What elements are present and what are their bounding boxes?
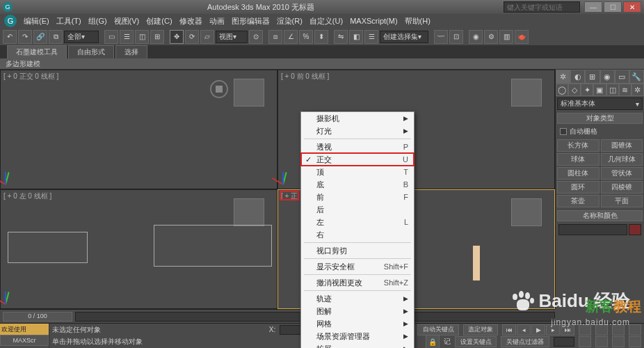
time-slider-thumb[interactable]: 0 / 100 [3,312,72,322]
object-name-input[interactable] [558,224,627,235]
shapes-subtab[interactable]: ◇ [568,84,581,96]
lights-subtab[interactable]: ✦ [581,84,593,96]
zoom-button[interactable] [579,324,591,335]
ctx-item[interactable]: 透视P [301,141,414,153]
utilities-tab[interactable]: 🔧 [629,70,644,84]
redo-button[interactable]: ↷ [18,30,32,44]
schematic-button[interactable]: ⊡ [449,30,463,44]
zoom-extents-button[interactable] [612,324,625,335]
next-frame-button[interactable]: ▸ [546,324,560,335]
ctx-item[interactable]: 后 [301,203,414,216]
autokey-button[interactable]: 自动关键点 [417,324,459,335]
undo-button[interactable]: ↶ [3,30,17,44]
ribbon-tab-freeform[interactable]: 自由形式 [68,45,114,58]
menu-grapheditor[interactable]: 图形编辑器 [232,16,270,26]
maximize-button[interactable]: ☐ [604,1,622,13]
ctx-item[interactable]: 灯光▶ [301,125,414,137]
ctx-item[interactable]: 摄影机▶ [301,112,414,125]
ctx-item[interactable]: 轨迹▶ [301,292,414,305]
menu-view[interactable]: 视图(V) [114,16,140,26]
primitive-button[interactable]: 长方体 [557,139,599,152]
rollout-object-type[interactable]: 对象类型 [557,113,643,124]
ctx-item[interactable]: 撤消视图更改Shift+Z [301,276,414,289]
menu-maxscript[interactable]: MAXScript(M) [350,17,397,25]
select-button[interactable]: ▭ [104,30,118,44]
unlink-button[interactable]: ⧉ [49,30,63,44]
ctx-item[interactable]: 底B [301,178,414,191]
primitive-button[interactable]: 圆锥体 [601,139,643,152]
ctx-item[interactable]: 右 [301,228,414,241]
ribbon-tab-graphite[interactable]: 石墨建模工具 [7,45,67,58]
pivot-button[interactable]: ⊙ [249,30,263,44]
selected-button[interactable]: 选定对象 [463,324,498,335]
viewcube-icon[interactable] [234,79,264,106]
render-setup-button[interactable]: ⚙ [484,30,498,44]
helpers-subtab[interactable]: ◫ [606,84,619,96]
play-button[interactable]: ▶ [531,324,545,335]
select-region-button[interactable]: ◫ [135,30,149,44]
viewport-top-left[interactable]: [ + 0 正交 0 线框 ] [0,70,277,189]
primitive-button[interactable]: 管状体 [601,167,643,180]
create-tab[interactable]: ✲ [556,70,570,84]
display-tab[interactable]: ▭ [615,70,629,84]
primitive-button[interactable]: 圆环 [557,181,599,193]
autogrid-checkbox[interactable]: 自动栅格 [556,125,644,138]
menu-create[interactable]: 创建(C) [146,16,172,26]
ctx-item[interactable]: 网格▶ [301,317,414,330]
render-frame-button[interactable]: ▥ [499,30,513,44]
prev-frame-button[interactable]: ◂ [517,324,531,335]
link-button[interactable]: 🔗 [33,30,47,44]
mirror-button[interactable]: ⇋ [334,30,348,44]
percent-snap-button[interactable]: % [299,30,313,44]
ctx-item[interactable]: 显示安全框Shift+F [301,260,414,273]
geometry-subtab[interactable]: ◯ [556,84,568,96]
steering-wheel-icon[interactable] [210,80,228,98]
window-crossing-button[interactable]: ⊞ [150,30,164,44]
align-button[interactable]: ◧ [349,30,363,44]
ctx-item[interactable]: 前F [301,191,414,203]
maximize-viewport-button[interactable] [612,336,625,347]
zoom-all-button[interactable] [595,324,608,335]
object-color-swatch[interactable] [629,224,641,235]
modify-tab[interactable]: ◐ [570,70,585,84]
ctx-item[interactable]: 顶T [301,166,414,178]
primitive-button[interactable]: 茶壶 [557,195,599,207]
keyfilter-button[interactable]: 关键点过滤器 [501,336,549,347]
menu-customize[interactable]: 自定义(U) [309,16,343,26]
minimize-button[interactable]: — [584,1,602,13]
menu-help[interactable]: 帮助(H) [405,16,430,26]
ribbon-tab-selection[interactable]: 选择 [115,45,147,58]
primitive-button[interactable]: 几何球体 [601,153,643,166]
systems-subtab[interactable]: ✲ [631,84,644,96]
spinner-snap-button[interactable]: ⬍ [314,30,328,44]
primitive-button[interactable]: 球体 [557,153,599,166]
pan-button[interactable] [579,336,591,347]
app-menu-icon[interactable]: G [4,15,17,27]
scale-button[interactable]: ▱ [200,30,214,44]
motion-tab[interactable]: ◉ [600,70,615,84]
viewcube-icon[interactable] [234,198,264,226]
maxscript-listener-button[interactable]: MAXScr [0,335,49,346]
select-name-button[interactable]: ☰ [120,30,134,44]
menu-tools[interactable]: 工具(T) [56,16,81,26]
setkey-button[interactable]: 设置关键点 [455,336,497,347]
menu-edit[interactable]: 编辑(E) [24,16,49,26]
current-frame-input[interactable] [554,337,574,347]
fov-button[interactable] [629,324,641,335]
curve-editor-button[interactable]: 〰 [434,30,448,44]
ctx-item[interactable]: ✓正交U [301,153,414,166]
ctx-item[interactable]: 图解▶ [301,305,414,317]
selection-filter-dropdown[interactable]: 全部 ▾ [64,31,99,43]
menu-modifiers[interactable]: 修改器 [179,16,202,26]
min-max-toggle-button[interactable] [629,336,641,347]
viewport-bottom-left[interactable]: [ + 0 左 0 线框 ] [0,189,277,309]
ctx-item[interactable]: 左L [301,216,414,228]
viewcube-icon[interactable] [511,79,542,106]
angle-snap-button[interactable]: ∠ [284,30,298,44]
hierarchy-tab[interactable]: ⊞ [585,70,599,84]
snap-button[interactable]: ⧇ [268,30,282,44]
viewport-label[interactable]: [ + 0 前 0 线框 ] [281,72,329,81]
ctx-item[interactable]: 扩展▶ [301,342,414,348]
primitive-button[interactable]: 平面 [601,195,643,207]
material-editor-button[interactable]: ◉ [469,30,483,44]
